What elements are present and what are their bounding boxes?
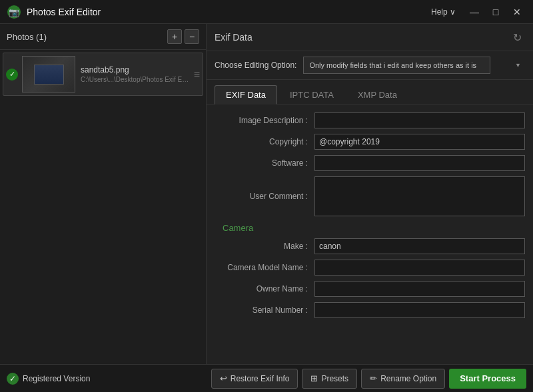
presets-button[interactable]: ⊞ Presets [302,369,357,389]
file-list: ✓ sandtab5.png C:\Users\...\Desktop\Phot… [0,50,206,364]
editing-option-label: Choose Editing Option: [215,61,296,70]
form-content: Image Description : Copyright : Software… [207,104,533,364]
restore-icon: ↩ [220,373,227,383]
tab-exif-data[interactable]: EXIF Data [215,85,277,104]
camera-model-row: Camera Model Name : [215,260,525,276]
serial-number-label: Serial Number : [215,305,314,315]
main-container: Photos (1) + − ✓ sandtab5 [0,24,533,364]
software-row: Software : [215,155,525,171]
user-comment-row: User Comment : [215,176,525,216]
restore-exif-button[interactable]: ↩ Restore Exif Info [211,369,298,389]
software-input[interactable] [314,155,525,171]
copyright-input[interactable] [314,134,525,150]
make-input[interactable] [314,238,525,254]
presets-label: Presets [321,374,348,383]
bottom-bar: ✓ Registered Version ↩ Restore Exif Info… [0,364,533,392]
tabs-bar: EXIF Data IPTC DATA XMP Data [207,80,533,104]
image-description-label: Image Description : [215,116,314,125]
copyright-row: Copyright : [215,134,525,150]
user-comment-input[interactable] [314,176,525,216]
file-menu-icon[interactable]: ≡ [194,69,200,81]
remove-photo-button[interactable]: − [185,29,199,44]
maximize-button[interactable]: □ [486,5,505,19]
rename-option-button[interactable]: ✏ Rename Option [361,369,445,389]
file-name: sandtab5.png [81,65,191,75]
title-controls: Help ∨ — □ ✕ [431,5,526,19]
image-description-row: Image Description : [215,112,525,128]
file-thumbnail [22,56,75,93]
editing-option-select[interactable]: Only modify fields that i edit and keep … [303,57,490,74]
exif-data-title: Exif Data [215,32,253,43]
owner-name-input[interactable] [314,281,525,297]
file-info: sandtab5.png C:\Users\...\Desktop\Photos… [81,65,191,83]
right-panel-header: Exif Data ↻ [207,24,533,51]
rename-option-label: Rename Option [380,374,436,383]
camera-model-input[interactable] [314,260,525,276]
copyright-label: Copyright : [215,137,314,146]
list-item[interactable]: ✓ sandtab5.png C:\Users\...\Desktop\Phot… [3,53,203,96]
app-logo: 📷 [7,5,21,19]
close-button[interactable]: ✕ [508,5,526,19]
file-checkbox[interactable]: ✓ [6,69,18,81]
photos-count-label: Photos (1) [7,32,47,42]
editing-option-wrapper: Only modify fields that i edit and keep … [303,57,525,74]
start-process-button[interactable]: Start Process [449,369,526,389]
editing-option-bar: Choose Editing Option: Only modify field… [207,51,533,80]
right-panel: Exif Data ↻ Choose Editing Option: Only … [207,24,533,364]
registered-icon: ✓ [7,373,19,385]
registered-info: ✓ Registered Version [7,373,207,385]
registered-text: Registered Version [23,374,90,383]
left-panel: Photos (1) + − ✓ sandtab5 [0,24,207,364]
make-label: Make : [215,242,314,251]
camera-section-title: Camera [223,223,517,233]
tab-iptc-data[interactable]: IPTC DATA [278,85,345,104]
rename-icon: ✏ [370,373,377,383]
refresh-button[interactable]: ↻ [509,29,525,45]
add-photo-button[interactable]: + [167,29,182,44]
file-path: C:\Users\...\Desktop\Photos Exif Editor\… [81,76,191,83]
owner-name-row: Owner Name : [215,281,525,297]
header-buttons: + − [167,29,199,44]
presets-icon: ⊞ [310,373,318,383]
restore-exif-label: Restore Exif Info [231,374,290,383]
minimize-button[interactable]: — [465,5,484,19]
software-label: Software : [215,158,314,168]
serial-number-row: Serial Number : [215,302,525,318]
user-comment-label: User Comment : [215,192,314,201]
tab-xmp-data[interactable]: XMP Data [346,85,408,104]
serial-number-input[interactable] [314,302,525,318]
owner-name-label: Owner Name : [215,284,314,294]
title-bar: 📷 Photos Exif Editor Help ∨ — □ ✕ [0,0,533,24]
help-button[interactable]: Help ∨ [431,7,456,17]
svg-text:📷: 📷 [9,7,20,18]
left-panel-header: Photos (1) + − [0,24,206,50]
image-description-input[interactable] [314,112,525,128]
make-row: Make : [215,238,525,254]
camera-model-label: Camera Model Name : [215,263,314,272]
app-title: Photos Exif Editor [27,7,431,17]
